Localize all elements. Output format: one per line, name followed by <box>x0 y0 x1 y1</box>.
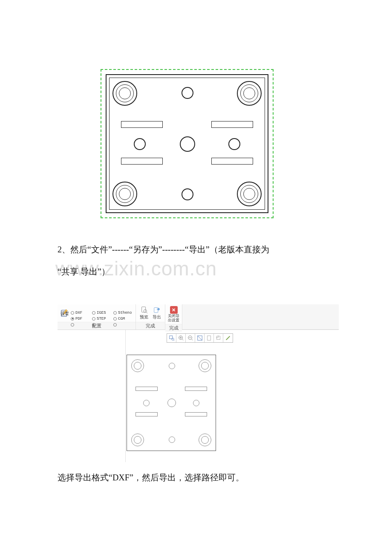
export-tree-pane <box>58 330 126 462</box>
svg-rect-9 <box>207 336 210 341</box>
figure-export-ui: DXF IGES Stheno PDF STEP CGM Medusa DWG … <box>58 304 339 462</box>
measure-button[interactable] <box>223 334 233 342</box>
export-button[interactable]: 导出 <box>150 305 163 321</box>
page-button[interactable] <box>205 334 214 342</box>
zoom-window-button[interactable] <box>167 334 176 342</box>
canvas-mini-toolbar <box>167 333 233 343</box>
group-done-label-1: 完成 <box>136 322 165 330</box>
format-radio-step[interactable]: STEP <box>92 317 112 321</box>
crop-button[interactable] <box>214 334 223 342</box>
export-preview-canvas <box>126 330 339 462</box>
step2-paragraph-line1: 2、然后“文件”------“另存为”--------“导出”（老版本直接为 <box>58 240 334 258</box>
refit-button[interactable] <box>195 334 205 342</box>
export-ribbon: DXF IGES Stheno PDF STEP CGM Medusa DWG … <box>58 304 339 330</box>
format-radio-pdf[interactable]: PDF <box>71 317 91 321</box>
step2-paragraph-line2: “共享 导出”） <box>58 263 334 280</box>
close-icon: ✕ <box>170 306 178 314</box>
zoom-in-button[interactable] <box>176 334 186 342</box>
close-export-button[interactable]: ✕ 关闭导出设置 <box>167 305 180 323</box>
svg-rect-3 <box>154 308 158 313</box>
group-config-label: 配置 <box>58 322 135 330</box>
page-magnifier-icon <box>140 306 148 314</box>
figure-plate-selection <box>98 55 277 230</box>
export-arrow-icon <box>153 306 161 314</box>
drawing-plate <box>106 74 268 213</box>
format-radio-cgm[interactable]: CGM <box>113 317 134 321</box>
step3-paragraph: 选择导出格式“DXF”，然后导出，选择路径即可。 <box>58 469 334 486</box>
zoom-out-button[interactable] <box>186 334 195 342</box>
preview-button[interactable]: 预览 <box>138 305 150 321</box>
